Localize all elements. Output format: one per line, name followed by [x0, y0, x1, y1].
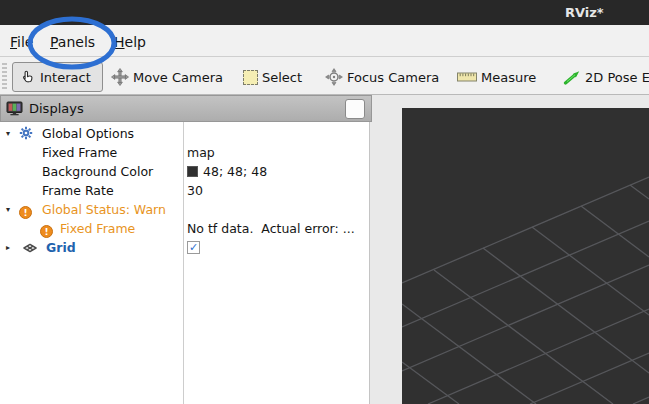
menu-file[interactable]: File [4, 25, 39, 56]
tree-row-grid[interactable]: ▸ Grid ✓ [0, 238, 370, 257]
tree-row-frame-rate[interactable]: Frame Rate 30 [0, 181, 370, 200]
tool-2d-pose-estimate[interactable]: 2D Pose Esti [556, 62, 649, 92]
tree-row-background-color[interactable]: Background Color 48; 48; 48 [0, 162, 370, 181]
tool-select[interactable]: Select [236, 62, 309, 92]
warning-icon: ! [19, 206, 32, 219]
ruler-icon [457, 71, 477, 83]
menu-panels[interactable]: Panels [44, 25, 101, 56]
tool-focus-camera-label: Focus Camera [347, 70, 439, 85]
color-swatch-text: 48; 48; 48 [203, 164, 267, 179]
tree-row-fixed-frame[interactable]: Fixed Frame map [0, 143, 370, 162]
fixed-frame-value[interactable]: map [187, 143, 215, 162]
row-label: Grid [46, 238, 76, 257]
main-area: Displays ▾ [0, 95, 649, 404]
displays-panel-title: Displays [29, 101, 84, 116]
frame-rate-value[interactable]: 30 [187, 181, 203, 200]
move-arrows-icon [111, 68, 129, 86]
row-label: Fixed Frame [60, 219, 135, 238]
tree-row-global-status[interactable]: ▾ ! Global Status: Warn [0, 200, 370, 219]
grid-icon [23, 241, 37, 260]
menu-bar: File Panels Help [0, 25, 649, 57]
warning-icon: ! [40, 225, 53, 238]
expand-arrow-icon[interactable]: ▾ [2, 124, 14, 143]
color-swatch [187, 166, 198, 177]
row-label: Frame Rate [42, 181, 114, 200]
panel-float-button[interactable] [345, 99, 365, 119]
green-arrow-icon [563, 69, 581, 85]
tool-2d-pose-estimate-label: 2D Pose Esti [585, 70, 649, 85]
background-color-value[interactable]: 48; 48; 48 [187, 162, 267, 181]
row-label: Global Status: Warn [42, 200, 166, 219]
selection-box-icon [243, 70, 258, 85]
tool-focus-camera[interactable]: Focus Camera [318, 62, 446, 92]
ground-grid [402, 108, 649, 404]
tool-move-camera[interactable]: Move Camera [104, 62, 230, 92]
displays-tree: ▾ Global Options [0, 122, 370, 404]
render-viewport[interactable] [402, 108, 649, 404]
displays-panel-header[interactable]: Displays [0, 95, 372, 122]
hand-icon [20, 69, 36, 85]
title-bar: RViz* [0, 0, 649, 25]
tool-measure-label: Measure [481, 70, 536, 85]
expand-arrow-icon[interactable]: ▾ [2, 200, 14, 219]
tool-select-label: Select [262, 70, 302, 85]
crosshair-icon [325, 68, 343, 86]
tf-error-value[interactable]: No tf data. Actual error: ... [187, 219, 355, 238]
collapse-arrow-icon[interactable]: ▸ [2, 238, 14, 257]
window-title: RViz* [565, 0, 604, 25]
tree-row-fixed-frame-status[interactable]: ! Fixed Frame No tf data. Actual error: … [0, 219, 370, 238]
tool-measure[interactable]: Measure [450, 62, 543, 92]
monitor-icon [6, 101, 23, 116]
toolbar: Interact Move Camera Select [0, 57, 649, 95]
grid-enabled-checkbox[interactable]: ✓ [187, 241, 200, 254]
toolbar-drag-handle[interactable] [2, 63, 7, 89]
row-label: Global Options [42, 124, 134, 143]
displays-panel: Displays ▾ [0, 95, 372, 404]
menu-help[interactable]: Help [108, 25, 152, 56]
tool-interact-label: Interact [40, 70, 91, 85]
tree-row-global-options[interactable]: ▾ Global Options [0, 124, 370, 143]
row-label: Background Color [42, 162, 153, 181]
tool-move-camera-label: Move Camera [133, 70, 223, 85]
tool-interact[interactable]: Interact [12, 62, 103, 92]
row-label: Fixed Frame [42, 143, 117, 162]
